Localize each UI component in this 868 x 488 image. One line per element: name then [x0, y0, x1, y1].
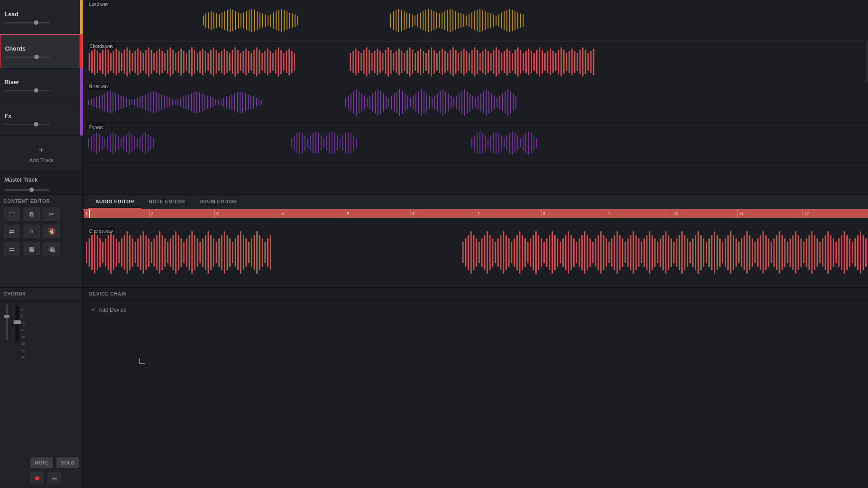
tab-note-editor[interactable]: NOTE EDITOR: [142, 195, 192, 209]
svg-rect-78: [504, 11, 505, 30]
tool-drum[interactable]: ⁞▦: [43, 242, 60, 255]
tool-cut[interactable]: ⬚: [4, 207, 20, 221]
svg-rect-540: [497, 238, 499, 267]
tool-scissors[interactable]: ✂: [43, 207, 60, 221]
svg-rect-122: [186, 53, 187, 70]
svg-rect-320: [348, 96, 349, 109]
svg-rect-489: [170, 238, 171, 267]
svg-rect-626: [730, 231, 731, 274]
tab-audio-editor[interactable]: AUDIO EDITOR: [88, 195, 142, 209]
svg-rect-217: [495, 47, 497, 77]
svg-rect-61: [458, 13, 459, 29]
master-track-header[interactable]: Master Track: [0, 173, 83, 194]
svg-rect-35: [297, 16, 298, 26]
equalizer-icon-button[interactable]: ⚌: [47, 472, 61, 484]
track-lane-lead[interactable]: Lead.wav: [84, 0, 868, 42]
svg-rect-41: [404, 11, 405, 30]
svg-rect-596: [649, 231, 650, 274]
add-track-button[interactable]: + Add Track: [0, 136, 83, 173]
track-header-fx[interactable]: Fx: [0, 102, 83, 136]
tab-drum-editor[interactable]: DRUM EDITOR: [192, 195, 244, 209]
svg-rect-511: [229, 238, 231, 267]
track-lane-chords[interactable]: Chords.wav: [84, 42, 868, 82]
svg-rect-171: [371, 53, 373, 70]
svg-rect-442: [495, 132, 496, 154]
svg-rect-579: [603, 235, 604, 270]
svg-rect-394: [118, 136, 119, 150]
track-header-riser[interactable]: Riser: [0, 68, 83, 102]
svg-rect-475: [132, 238, 133, 267]
svg-rect-650: [795, 231, 796, 274]
track-volume-fx[interactable]: [5, 124, 50, 125]
svg-rect-224: [514, 50, 516, 74]
svg-rect-152: [267, 49, 268, 75]
svg-rect-534: [481, 238, 482, 267]
svg-rect-86: [89, 53, 90, 70]
svg-rect-431: [353, 136, 354, 151]
svg-rect-547: [516, 235, 518, 270]
svg-rect-298: [207, 96, 208, 109]
svg-rect-500: [199, 242, 201, 263]
svg-rect-669: [846, 235, 848, 270]
svg-rect-64: [466, 16, 467, 26]
svg-rect-277: [151, 92, 151, 113]
track-volume-chords[interactable]: [5, 56, 50, 58]
tool-copy[interactable]: ⧉: [24, 207, 40, 221]
tool-eq[interactable]: ⚌: [4, 242, 20, 255]
svg-rect-370: [483, 91, 484, 113]
svg-rect-546: [514, 238, 515, 267]
chords-volume-slider[interactable]: [6, 304, 8, 340]
svg-rect-553: [533, 235, 534, 270]
svg-rect-8: [224, 11, 225, 30]
svg-rect-652: [800, 238, 802, 267]
svg-rect-656: [811, 231, 812, 274]
svg-rect-673: [857, 235, 859, 270]
track-volume-riser[interactable]: [5, 90, 50, 91]
svg-rect-377: [502, 94, 503, 112]
svg-rect-363: [464, 89, 465, 116]
db-mark-1: 8: [21, 314, 25, 319]
svg-rect-55: [442, 13, 443, 29]
audio-waveform-area[interactable]: Chords.wav: [84, 218, 868, 287]
svg-rect-291: [188, 95, 189, 110]
svg-rect-212: [482, 51, 483, 73]
tool-mute-clip[interactable]: 🔇: [43, 225, 60, 238]
svg-rect-280: [159, 94, 160, 112]
tool-stretch[interactable]: S: [24, 225, 40, 238]
record-icon-button[interactable]: ⏺: [30, 472, 44, 484]
ruler-10: 10: [672, 209, 737, 218]
svg-rect-525: [267, 238, 269, 267]
svg-rect-390: [107, 136, 108, 150]
solo-button[interactable]: SOLO: [57, 457, 79, 468]
svg-rect-588: [627, 238, 629, 267]
svg-rect-561: [554, 235, 556, 270]
track-header-chords[interactable]: Chords: [0, 34, 83, 68]
master-volume-slider[interactable]: [5, 189, 50, 191]
track-lane-fx[interactable]: Fx.wav: [84, 123, 868, 164]
svg-rect-67: [474, 11, 475, 30]
track-header-lead[interactable]: Lead: [0, 0, 83, 34]
svg-rect-566: [568, 231, 569, 274]
add-device-button[interactable]: + Add Device: [84, 300, 868, 319]
mute-button[interactable]: MUTE: [30, 457, 53, 468]
tool-piano[interactable]: ▦: [24, 242, 40, 255]
track-lane-riser[interactable]: Riser.wav: [84, 82, 868, 123]
svg-rect-84: [520, 14, 521, 28]
svg-rect-440: [490, 136, 491, 151]
track-volume-lead[interactable]: [5, 22, 50, 23]
svg-rect-95: [113, 51, 114, 73]
fader-track[interactable]: [15, 306, 19, 342]
tool-split[interactable]: ⇄: [4, 225, 20, 238]
svg-rect-372: [488, 91, 489, 113]
svg-rect-634: [752, 238, 753, 267]
svg-rect-51: [431, 10, 432, 31]
tracks-container: Lead.wav: [84, 0, 868, 194]
svg-rect-207: [469, 53, 470, 70]
svg-rect-559: [549, 235, 550, 270]
svg-rect-194: [434, 50, 435, 74]
svg-rect-516: [243, 235, 244, 270]
svg-rect-135: [221, 51, 222, 73]
ruler-11: 11: [737, 209, 803, 218]
svg-rect-480: [146, 235, 147, 270]
svg-rect-625: [727, 235, 729, 270]
